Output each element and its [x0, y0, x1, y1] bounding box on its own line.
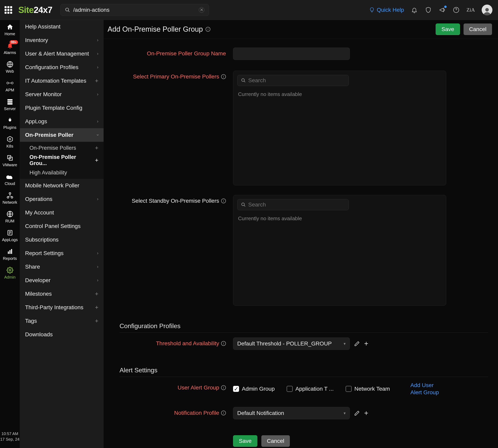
rail-network[interactable]: Network: [0, 188, 20, 207]
rail-web[interactable]: Web: [0, 57, 20, 76]
zia-icon[interactable]: ZiA: [466, 6, 475, 14]
rail-rum[interactable]: RUM: [0, 207, 20, 226]
sidebar-item-it-automation[interactable]: IT Automation Templates+: [20, 74, 104, 88]
quick-help-link[interactable]: Quick Help: [369, 7, 404, 13]
primary-search-input[interactable]: [248, 77, 345, 84]
sidebar-item-operations[interactable]: Operations›: [20, 192, 104, 206]
chk-application-team[interactable]: Application T ...: [287, 386, 334, 392]
standby-search-input[interactable]: [248, 202, 345, 208]
sidebar-item-subscriptions[interactable]: Subscriptions: [20, 233, 104, 246]
home-icon: [7, 23, 13, 31]
group-name-input[interactable]: [233, 48, 350, 60]
chk-admin-group[interactable]: ✓ Admin Group: [233, 386, 275, 392]
sidebar-item-downloads[interactable]: Downloads: [20, 328, 104, 341]
svg-line-24: [244, 81, 245, 82]
rail-plugins[interactable]: Plugins: [0, 113, 20, 132]
standby-empty-message: Currently no items available: [233, 214, 446, 305]
notification-dropdown[interactable]: Default Notification ▾: [233, 407, 350, 419]
rail-server[interactable]: Server: [0, 95, 20, 113]
sidebar-item-my-account[interactable]: My Account: [20, 206, 104, 219]
globe-icon: [7, 61, 13, 68]
checkbox-icon: ✓: [233, 386, 239, 392]
plus-icon[interactable]: +: [364, 339, 368, 348]
sidebar-item-onpremise-poller[interactable]: On-Premise Poller›: [20, 128, 104, 142]
apps-grid-icon[interactable]: [4, 6, 13, 14]
plus-icon[interactable]: +: [95, 144, 99, 151]
plus-icon[interactable]: +: [95, 304, 99, 311]
info-icon[interactable]: i: [221, 341, 226, 346]
svg-point-6: [11, 82, 13, 84]
shield-icon[interactable]: [425, 6, 432, 14]
save-button[interactable]: Save: [436, 23, 460, 35]
sidebar-sub-pollers[interactable]: On-Premise Pollers+: [20, 142, 104, 154]
sidebar-item-help-assistant[interactable]: Help Assistant: [20, 20, 104, 33]
sidebar-item-tags[interactable]: Tags+: [20, 314, 104, 328]
rail-alarms[interactable]: 99+ Alarms: [0, 39, 20, 57]
sidebar-item-config-profiles[interactable]: Configuration Profiles›: [20, 61, 104, 74]
info-icon[interactable]: i: [221, 74, 226, 79]
main-content: Add On-Premise Poller Group i Save Cance…: [104, 20, 498, 448]
chevron-right-icon: ›: [97, 196, 99, 202]
sidebar-item-developer[interactable]: Developer›: [20, 273, 104, 287]
global-search[interactable]: ✕: [60, 4, 209, 16]
plus-icon[interactable]: +: [95, 290, 99, 297]
plus-icon[interactable]: +: [95, 78, 99, 84]
plus-icon[interactable]: +: [95, 157, 99, 164]
rail-apm[interactable]: APM: [0, 76, 20, 95]
sidebar-sub-poller-groups[interactable]: On-Premise Poller Grou...+: [20, 154, 104, 166]
rail-vmware[interactable]: VMware: [0, 151, 20, 170]
rail-admin[interactable]: Admin: [0, 263, 20, 282]
sidebar-item-inventory[interactable]: Inventory›: [20, 33, 104, 47]
sidebar-item-report-settings[interactable]: Report Settings›: [20, 246, 104, 260]
info-icon[interactable]: i: [221, 385, 226, 390]
add-user-alert-group-link[interactable]: Add User Alert Group: [410, 382, 446, 396]
svg-marker-10: [7, 136, 13, 142]
cancel-button-bottom[interactable]: Cancel: [261, 435, 290, 447]
edit-icon[interactable]: [354, 341, 360, 346]
info-icon[interactable]: i: [206, 27, 210, 32]
sidebar-item-mobile-poller[interactable]: Mobile Network Poller: [20, 179, 104, 192]
svg-rect-21: [11, 249, 12, 254]
sidebar-item-plugin-template[interactable]: Plugin Template Config: [20, 101, 104, 115]
row-threshold: Threshold and Availability i Default Thr…: [108, 337, 490, 350]
rail-home[interactable]: Home: [0, 20, 20, 39]
svg-point-5: [7, 82, 9, 84]
info-icon[interactable]: i: [221, 411, 226, 415]
user-avatar[interactable]: [482, 5, 492, 15]
logo[interactable]: Site24x7: [18, 5, 52, 15]
svg-point-22: [9, 269, 11, 271]
threshold-dropdown[interactable]: Default Threshold - POLLER_GROUP ▾: [233, 337, 350, 350]
sidebar-item-milestones[interactable]: Milestones+: [20, 287, 104, 301]
clear-search-icon[interactable]: ✕: [199, 7, 204, 13]
rail-k8s[interactable]: K8s: [0, 132, 20, 151]
sidebar-item-applogs[interactable]: AppLogs›: [20, 115, 104, 128]
plus-icon[interactable]: +: [95, 318, 99, 324]
sidebar-sub-ha[interactable]: High Availability: [20, 166, 104, 179]
cancel-button[interactable]: Cancel: [464, 23, 492, 35]
search-icon: [241, 78, 246, 83]
rail-reports[interactable]: Reports: [0, 244, 20, 263]
primary-search[interactable]: [237, 75, 349, 86]
sidebar-item-server-monitor[interactable]: Server Monitor›: [20, 88, 104, 101]
checkbox-icon: [346, 386, 352, 392]
rail-applogs[interactable]: AppLogs: [0, 226, 20, 244]
announcements-icon[interactable]: [439, 6, 446, 14]
save-button-bottom[interactable]: Save: [233, 435, 257, 447]
edit-icon[interactable]: [354, 410, 360, 416]
server-icon: [7, 98, 13, 105]
global-search-input[interactable]: [73, 7, 199, 13]
cloud-icon: [6, 173, 14, 180]
sidebar-item-integrations[interactable]: Third-Party Integrations+: [20, 301, 104, 314]
sidebar-item-share[interactable]: Share›: [20, 260, 104, 273]
rail-cloud[interactable]: Cloud: [0, 170, 20, 188]
chk-network-team[interactable]: Network Team: [346, 386, 390, 392]
help-icon[interactable]: [453, 6, 460, 14]
info-icon[interactable]: i: [221, 198, 226, 203]
section-alert-settings: Alert Settings: [119, 364, 488, 377]
standby-search[interactable]: [237, 199, 349, 210]
sidebar-item-user-alert[interactable]: User & Alert Management›: [20, 47, 104, 61]
notifications-icon[interactable]: [411, 6, 418, 14]
label-threshold: Threshold and Availability i: [108, 337, 233, 347]
plus-icon[interactable]: +: [364, 409, 368, 417]
sidebar-item-control-panel[interactable]: Control Panel Settings: [20, 219, 104, 233]
